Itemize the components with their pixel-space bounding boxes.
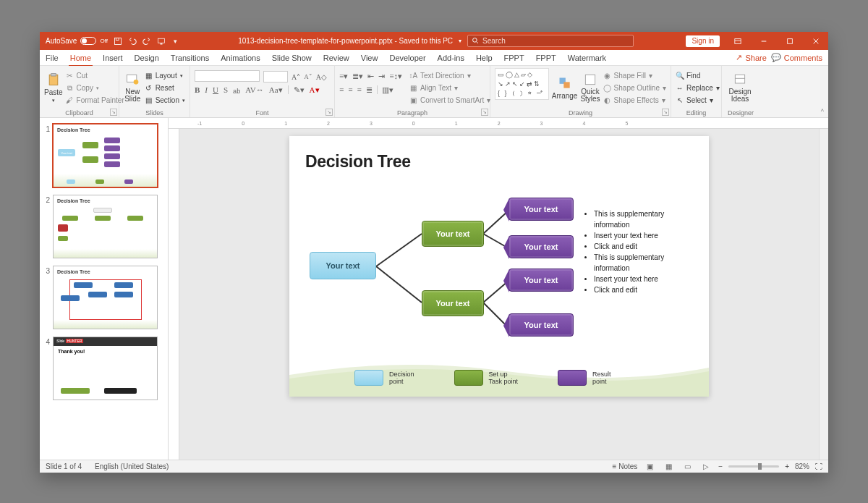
- reading-view-icon[interactable]: ▭: [681, 462, 694, 472]
- title-dropdown-icon[interactable]: ▾: [459, 38, 461, 44]
- shape-fill-button[interactable]: ◉Shape Fill ▾: [603, 70, 666, 81]
- bullets-icon[interactable]: ≡▾: [339, 72, 348, 81]
- char-spacing-button[interactable]: AV↔: [245, 85, 263, 94]
- highlight-icon[interactable]: ✎▾: [294, 85, 305, 95]
- change-case-button[interactable]: Aa▾: [269, 85, 283, 95]
- tab-home[interactable]: Home: [64, 50, 97, 66]
- comments-button[interactable]: 💬Comments: [771, 53, 822, 62]
- find-button[interactable]: 🔍Find: [676, 70, 720, 81]
- ribbon-display-icon[interactable]: [726, 32, 750, 50]
- indent-left-icon[interactable]: ⇤: [367, 72, 374, 81]
- zoom-percent[interactable]: 82%: [795, 462, 809, 470]
- slide-canvas[interactable]: Decision Tree Your text Your text: [179, 129, 819, 460]
- sign-in-button[interactable]: Sign in: [686, 35, 720, 47]
- strikethrough-button[interactable]: S: [224, 85, 228, 94]
- shape-effects-button[interactable]: ◐Shape Effects ▾: [603, 95, 666, 106]
- tree-purple-node-2[interactable]: Your text: [509, 235, 574, 258]
- fit-to-window-icon[interactable]: ⛶: [815, 462, 822, 470]
- tab-help[interactable]: Help: [470, 50, 498, 66]
- shapes-gallery[interactable]: ▭◯△▱◇↘↗↖↙⇄⇅{ } ⟮ ⟯ ☆ ⤴: [495, 68, 549, 100]
- redo-icon[interactable]: [142, 37, 151, 46]
- thumbnail-slide-2[interactable]: Decision Tree: [53, 195, 158, 258]
- clipboard-dialog-launcher[interactable]: ↘: [110, 109, 117, 116]
- paste-button[interactable]: Paste ▾: [44, 68, 63, 107]
- save-icon[interactable]: [114, 37, 122, 46]
- tree-purple-node-1[interactable]: Your text: [509, 198, 574, 221]
- zoom-in-icon[interactable]: +: [785, 462, 789, 470]
- slide-bullets[interactable]: This is supplementary information Insert…: [584, 208, 696, 295]
- slide[interactable]: Decision Tree Your text Your text: [289, 136, 709, 397]
- indent-right-icon[interactable]: ⇥: [378, 72, 385, 81]
- close-icon[interactable]: [804, 32, 828, 50]
- tree-green-node-1[interactable]: Your text: [422, 221, 484, 247]
- zoom-slider[interactable]: [728, 465, 779, 468]
- layout-button[interactable]: ▦Layout ▾: [145, 70, 185, 81]
- shape-outline-button[interactable]: ◯Shape Outline ▾: [603, 83, 666, 93]
- reset-button[interactable]: ↺Reset: [145, 83, 185, 93]
- tab-addins[interactable]: Add-ins: [432, 50, 470, 66]
- tab-animations[interactable]: Animations: [215, 50, 265, 66]
- tree-purple-node-4[interactable]: Your text: [509, 313, 574, 337]
- align-left-icon[interactable]: ≡: [339, 85, 344, 94]
- normal-view-icon[interactable]: ▣: [643, 462, 656, 472]
- new-slide-button[interactable]: New Slide: [124, 68, 142, 107]
- paragraph-dialog-launcher[interactable]: ↘: [481, 109, 488, 116]
- font-dialog-launcher[interactable]: ↘: [326, 109, 333, 116]
- font-family-dropdown[interactable]: [195, 70, 260, 82]
- thumbnail-slide-1[interactable]: Decision Tree Your text: [53, 124, 158, 187]
- tab-view[interactable]: View: [355, 50, 384, 66]
- numbering-icon[interactable]: ≣▾: [352, 72, 363, 81]
- share-button[interactable]: ↗Share: [736, 53, 766, 62]
- tab-design[interactable]: Design: [129, 50, 165, 66]
- maximize-icon[interactable]: [778, 32, 802, 50]
- drawing-dialog-launcher[interactable]: ↘: [662, 109, 669, 116]
- language-status[interactable]: English (United States): [95, 462, 169, 470]
- align-center-icon[interactable]: ≡: [348, 85, 352, 94]
- font-size-dropdown[interactable]: [263, 71, 288, 83]
- sorter-view-icon[interactable]: ▦: [662, 462, 675, 472]
- minimize-icon[interactable]: [752, 32, 776, 50]
- replace-button[interactable]: ↔Replace ▾: [676, 83, 720, 93]
- collapse-ribbon-icon[interactable]: ^: [821, 108, 824, 115]
- tab-review[interactable]: Review: [318, 50, 355, 66]
- align-right-icon[interactable]: ≡: [357, 85, 361, 94]
- tab-watermark[interactable]: Watermark: [562, 50, 612, 66]
- tab-file[interactable]: File: [40, 50, 64, 66]
- cut-button[interactable]: ✂Cut: [66, 70, 124, 81]
- tree-root-node[interactable]: Your text: [310, 252, 376, 279]
- section-button[interactable]: ▤Section ▾: [145, 95, 185, 106]
- underline-button[interactable]: U: [213, 85, 218, 94]
- copy-button[interactable]: ⧉Copy ▾: [66, 83, 124, 93]
- line-spacing-icon[interactable]: ≡↕▾: [389, 72, 402, 81]
- qat-dropdown-icon[interactable]: ▾: [171, 37, 180, 46]
- font-color-button[interactable]: A▾: [310, 85, 320, 95]
- tab-fppt2[interactable]: FPPT: [530, 50, 562, 66]
- format-painter-button[interactable]: 🖌Format Painter: [66, 95, 124, 106]
- tab-fppt[interactable]: FPPT: [498, 50, 530, 66]
- notes-button[interactable]: ≡ Notes: [613, 462, 638, 470]
- clear-formatting-icon[interactable]: A◇: [316, 73, 327, 81]
- slide-counter[interactable]: Slide 1 of 4: [46, 462, 82, 470]
- slide-thumbnails-panel[interactable]: 1 Decision Tree Your text 2: [40, 118, 169, 460]
- tab-slideshow[interactable]: Slide Show: [266, 50, 318, 66]
- increase-font-icon[interactable]: A˄: [292, 73, 300, 81]
- slideshow-view-icon[interactable]: ▷: [699, 462, 712, 472]
- quick-styles-button[interactable]: Quick Styles: [580, 68, 600, 107]
- align-text-button[interactable]: ▦Align Text ▾: [409, 83, 490, 93]
- tree-green-node-2[interactable]: Your text: [422, 290, 484, 316]
- tab-transitions[interactable]: Transitions: [165, 50, 215, 66]
- tree-purple-node-3[interactable]: Your text: [509, 269, 574, 292]
- zoom-out-icon[interactable]: −: [718, 462, 723, 470]
- design-ideas-button[interactable]: Design Ideas: [726, 68, 754, 107]
- thumbnail-slide-4[interactable]: Slide HUNTER Thank you!: [53, 337, 158, 400]
- autosave-toggle[interactable]: AutoSave Off: [46, 37, 108, 45]
- bold-button[interactable]: B: [195, 85, 200, 94]
- undo-icon[interactable]: [128, 37, 137, 46]
- tab-insert[interactable]: Insert: [97, 50, 129, 66]
- vertical-scrollbar[interactable]: [819, 129, 828, 460]
- select-button[interactable]: ↖Select ▾: [676, 95, 720, 106]
- thumbnail-slide-3[interactable]: Decision Tree: [53, 266, 158, 329]
- search-input[interactable]: [482, 37, 629, 45]
- text-direction-button[interactable]: ↕AText Direction ▾: [409, 70, 490, 81]
- tab-developer[interactable]: Developer: [383, 50, 431, 66]
